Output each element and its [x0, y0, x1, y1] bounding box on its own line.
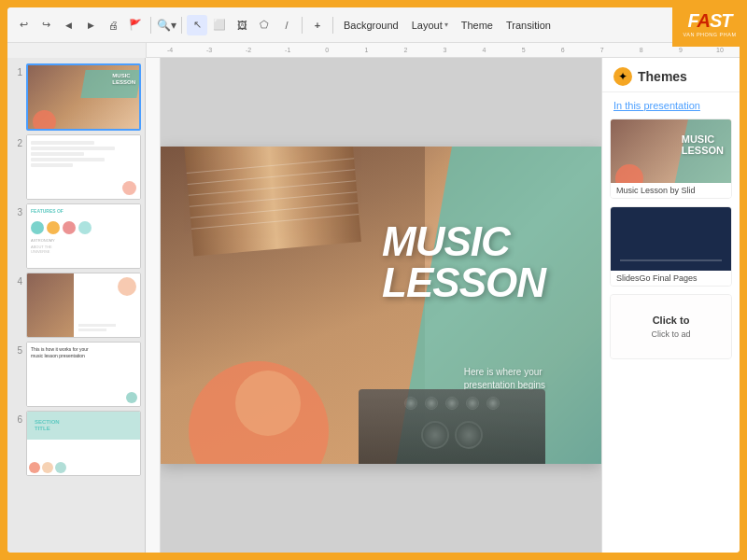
app-container: FAST VAN PHONG PHAM ↩ ↪ ◀ ▶ 🖨 🚩 🔍▾ ↖ ⬜ 🖼… [0, 0, 747, 560]
ruler-mark: 1 [346, 47, 386, 53]
thumb-3-c2 [47, 221, 60, 234]
main-slide[interactable]: MUSIC LESSON Here is where yourpresentat… [161, 147, 601, 464]
polygon-tool[interactable]: ⬠ [254, 15, 275, 35]
theme-click-text: Click to [653, 315, 690, 326]
layout-btn[interactable]: Layout ▾ [406, 14, 454, 36]
thumb-2-line [31, 147, 115, 150]
ruler-mark: -1 [268, 47, 307, 53]
sep4 [332, 17, 333, 34]
redo-btn[interactable]: ↪ [35, 15, 56, 35]
ruler-mark: 10 [700, 47, 740, 53]
theme-card-3[interactable]: Click to Click to ad [610, 294, 732, 359]
thumb-4-circle [118, 277, 136, 296]
slide-img-5[interactable]: This is how it works for yourmusic lesso… [26, 342, 141, 407]
logo-text: FAST [687, 10, 731, 32]
theme-2-line [620, 259, 722, 261]
themes-section-link[interactable]: presentation [643, 100, 700, 111]
slide-img-6[interactable]: SECTIONTITLE [26, 411, 141, 476]
themes-title: Themes [638, 69, 687, 84]
thumb-6-c2 [42, 462, 53, 473]
slide-thumb-2[interactable]: 2 [11, 134, 141, 200]
slide-num-2: 2 [11, 138, 22, 148]
slide-thumb-5[interactable]: 5 This is how it works for yourmusic les… [11, 342, 141, 407]
slide-num-1: 1 [11, 67, 22, 77]
amp-knob [404, 397, 417, 410]
amp-knobs [359, 389, 545, 417]
thumb-1-circle [33, 110, 56, 129]
speaker-right [455, 421, 483, 449]
slide-thumb-1[interactable]: 1 MUSICLESSON [11, 63, 141, 131]
thumb-4-lines [78, 322, 116, 333]
slide-num-4: 4 [11, 276, 22, 287]
transition-btn[interactable]: Transition [500, 14, 557, 36]
theme-card-2[interactable]: SlidesGo Final Pages [610, 206, 732, 287]
amp-knob [445, 397, 458, 410]
thumb-6-preview: SECTIONTITLE [27, 412, 140, 475]
ruler-mark: -2 [229, 47, 268, 53]
theme-btn[interactable]: Theme [456, 14, 499, 36]
slide-num-6: 6 [11, 414, 22, 425]
thumb-3-c1 [31, 221, 44, 234]
slide-img-3[interactable]: FEATURES OF ASTRONOMY ABOUT THEUNIVERSE [26, 203, 141, 269]
slide-thumb-4[interactable]: 4 [11, 273, 141, 338]
thumb-2-line [31, 152, 84, 156]
thumb-5-circle [126, 392, 137, 403]
undo-btn[interactable]: ↩ [13, 15, 34, 35]
ruler-mark: -3 [190, 47, 229, 53]
slide-img-2[interactable] [26, 134, 141, 200]
thumb-3-text: ABOUT THEUNIVERSE [31, 245, 136, 254]
app-logo: FAST VAN PHONG PHAM [672, 0, 747, 47]
slide-thumb-6[interactable]: 6 SECTIONTITLE [11, 411, 141, 476]
slide-img-1[interactable]: MUSICLESSON [26, 63, 141, 131]
themes-section-label: In this presentation [602, 92, 740, 115]
theme-preview-1: MUSICLESSON [611, 119, 731, 183]
background-btn[interactable]: Background [338, 14, 404, 36]
theme-card-1[interactable]: MUSICLESSON Music Lesson by Slid [610, 119, 732, 199]
amp-knob [486, 397, 500, 410]
app-window: ↩ ↪ ◀ ▶ 🖨 🚩 🔍▾ ↖ ⬜ 🖼 ⬠ / + Background La… [7, 7, 740, 553]
thumb-6-c1 [29, 462, 40, 473]
theme-click-sub: Click to ad [651, 329, 690, 339]
ruler-mark: 5 [504, 47, 543, 53]
themes-panel: ✦ Themes In this presentation MUSICLESSO… [601, 58, 740, 553]
slide-title: MUSIC LESSON [382, 221, 545, 303]
ruler-marks: -4 -3 -2 -1 0 1 2 3 4 5 6 7 8 9 10 [150, 47, 740, 53]
image-tool[interactable]: 🖼 [232, 15, 252, 35]
cursor-tool[interactable]: ↖ [187, 15, 207, 35]
slide-thumb-3[interactable]: 3 FEATURES OF ASTRONOMY ABOUT THEUNI [11, 203, 141, 269]
slide-title-line1: MUSIC [382, 221, 545, 262]
thumb-6-text: SECTIONTITLE [35, 419, 60, 432]
layout-label: Layout [412, 20, 443, 31]
add-btn[interactable]: + [307, 15, 328, 35]
thumb-2-preview [27, 135, 140, 199]
fwd-btn[interactable]: ▶ [80, 15, 101, 35]
guitar-neck [184, 147, 361, 257]
thumb-3-c4 [78, 221, 92, 234]
theme-preview-1-text: MUSICLESSON [682, 133, 724, 156]
thumb-5-preview: This is how it works for yourmusic lesso… [27, 343, 140, 406]
sep2 [181, 17, 182, 34]
shape-tool[interactable]: ⬜ [209, 15, 230, 35]
background-label: Background [344, 20, 399, 31]
slide-img-4[interactable] [26, 273, 141, 338]
theme-card-label-1: Music Lesson by Slid [611, 183, 731, 198]
transition-label: Transition [506, 20, 551, 31]
thumb-2-line [31, 141, 94, 145]
thumb-4-bg [27, 273, 74, 337]
ruler-mark: 7 [583, 47, 622, 53]
theme-preview-3: Click to Click to ad [611, 295, 731, 358]
line-tool[interactable]: / [276, 15, 297, 35]
thumb-2-line [31, 158, 105, 161]
thumb-3-sublabel: ASTRONOMY [31, 238, 136, 243]
flag-btn[interactable]: 🚩 [125, 15, 146, 35]
thumb-2-line [31, 163, 73, 167]
slide-num-3: 3 [11, 207, 22, 217]
canvas-area[interactable]: MUSIC LESSON Here is where yourpresentat… [161, 58, 601, 553]
ruler-mark: 0 [307, 47, 346, 53]
back-btn[interactable]: ◀ [58, 15, 78, 35]
thumb-6-c3 [55, 462, 66, 473]
thumb-3-label: FEATURES OF [31, 208, 136, 214]
zoom-btn[interactable]: 🔍▾ [156, 15, 176, 35]
print-btn[interactable]: 🖨 [103, 15, 123, 35]
speaker-left [421, 421, 449, 449]
